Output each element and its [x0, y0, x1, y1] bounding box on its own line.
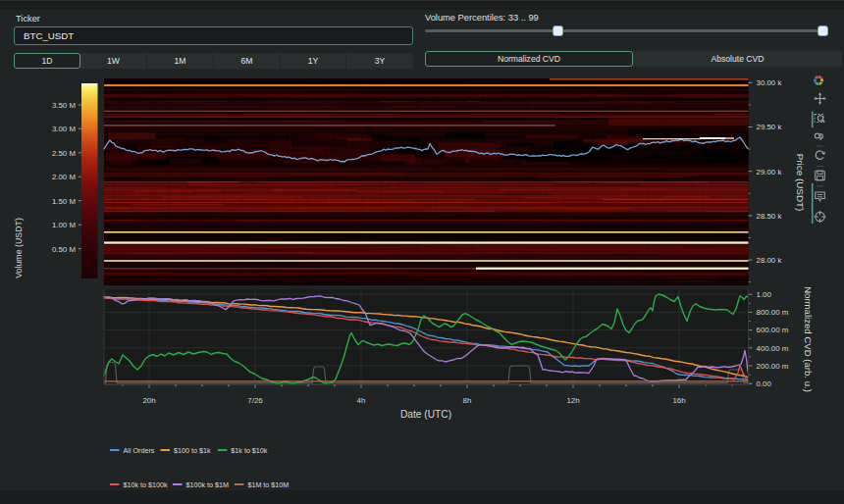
svg-text:29.50 k: 29.50 k [757, 123, 782, 131]
svg-text:28.50 k: 28.50 k [757, 212, 782, 221]
svg-text:All Orders: All Orders [124, 446, 155, 455]
svg-text:$10k to $100k: $10k to $100k [124, 480, 169, 489]
svg-text:4h: 4h [357, 396, 366, 405]
svg-text:200.00 m: 200.00 m [757, 362, 789, 371]
svg-text:Normalized CVD (arb. u.): Normalized CVD (arb. u.) [803, 286, 814, 392]
svg-text:0.50 M: 0.50 M [52, 245, 76, 254]
svg-text:3.50 M: 3.50 M [52, 101, 76, 110]
svg-text:8h: 8h [463, 396, 472, 405]
svg-text:800.00 m: 800.00 m [757, 308, 789, 317]
svg-text:1.50 M: 1.50 M [52, 197, 76, 206]
svg-text:$100 to $1k: $100 to $1k [174, 446, 211, 455]
svg-text:30.00 k: 30.00 k [757, 78, 782, 87]
svg-text:Price (USDT): Price (USDT) [795, 154, 806, 212]
svg-text:$1M to $10M: $1M to $10M [247, 480, 289, 489]
svg-text:20h: 20h [142, 396, 155, 405]
svg-text:2.50 M: 2.50 M [52, 149, 76, 158]
svg-text:3.00 M: 3.00 M [52, 125, 76, 133]
svg-text:16h: 16h [672, 396, 685, 405]
svg-text:600.00 m: 600.00 m [757, 326, 789, 334]
svg-text:Date (UTC): Date (UTC) [400, 409, 451, 420]
svg-text:0.00: 0.00 [757, 379, 772, 388]
svg-text:Volume (USDT): Volume (USDT) [14, 218, 24, 278]
svg-text:$100k to $1M: $100k to $1M [186, 480, 230, 489]
svg-text:28.00 k: 28.00 k [757, 256, 782, 265]
svg-text:7/26: 7/26 [247, 396, 263, 405]
svg-text:400.00 m: 400.00 m [757, 344, 789, 353]
svg-text:1.00 M: 1.00 M [52, 221, 76, 229]
svg-text:2.00 M: 2.00 M [52, 173, 76, 181]
svg-text:12h: 12h [566, 396, 579, 405]
svg-text:$1k to $10k: $1k to $10k [231, 446, 268, 455]
svg-text:1.00: 1.00 [757, 290, 772, 299]
svg-text:29.00 k: 29.00 k [757, 168, 782, 176]
